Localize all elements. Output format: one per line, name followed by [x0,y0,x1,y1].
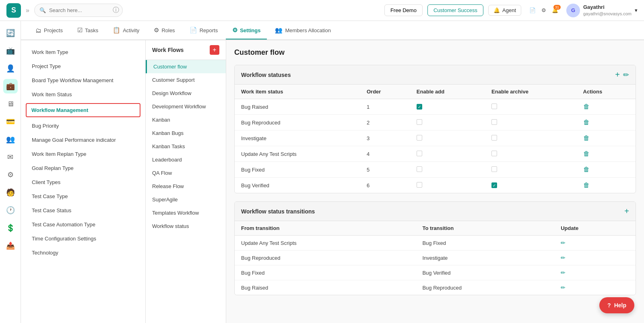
sidebar-icon-send[interactable]: 📤 [3,238,18,253]
doc-icon[interactable]: 📄 [529,7,536,13]
status-enable-archive[interactable] [485,115,576,130]
menu-work-item-status[interactable]: Work Item Status [21,87,145,101]
status-enable-add[interactable] [410,146,485,162]
sidebar-icon-briefcase[interactable]: 💼 [3,79,18,93]
menu-test-case-automation[interactable]: Test Case Automation Type [21,217,145,232]
checkbox-enable-add[interactable] [417,182,422,188]
checkbox-enable-add[interactable] [417,119,422,125]
search-input[interactable] [49,7,109,13]
status-enable-add[interactable]: ✓ [410,99,485,115]
delete-status-button[interactable]: 🗑 [583,103,590,110]
notification-icon[interactable]: 🔔 31 [552,7,558,13]
checkbox-enable-add[interactable] [417,151,422,156]
checkbox-enable-archive[interactable] [491,119,497,125]
sidebar-icon-person[interactable]: 🧑 [3,185,18,200]
status-enable-archive[interactable] [485,162,576,178]
menu-workflow-management[interactable]: Workflow Management [26,103,140,117]
checkbox-enable-archive[interactable] [491,166,497,172]
sidebar-icon-monitor[interactable]: 🖥 [3,97,18,111]
tab-projects[interactable]: 🗂 Projects [29,22,69,39]
sidebar-icon-dashboard[interactable]: 🔄 [3,26,18,40]
workflow-item-development[interactable]: Development Workflow [146,100,226,113]
checkbox-enable-add[interactable]: ✓ [417,104,422,110]
status-enable-add[interactable] [410,178,485,193]
menu-test-case-type[interactable]: Test Case Type [21,189,145,203]
agent-button[interactable]: 🔔 Agent [488,5,521,16]
menu-bug-priority[interactable]: Bug Priority [21,119,145,133]
workflow-item-kanban-bugs[interactable]: Kanban Bugs [146,126,226,140]
menu-board-type[interactable]: Board Type Workflow Management [21,73,145,87]
workflow-item-kanban[interactable]: Kanban [146,113,226,126]
user-profile[interactable]: G Gayathri gayathri@snovasys.com ▾ [566,4,638,17]
status-enable-archive[interactable] [485,130,576,146]
tab-roles[interactable]: ⚙ Roles [147,22,181,39]
workflow-item-design[interactable]: Design Workflow [146,87,226,100]
checkbox-enable-archive[interactable] [491,104,497,109]
sidebar-icon-dollar[interactable]: 💲 [3,221,18,235]
status-enable-add[interactable] [410,115,485,130]
edit-transition-button[interactable]: ✏ [561,240,566,246]
delete-status-button[interactable]: 🗑 [583,119,590,126]
sidebar-icon-user[interactable]: 👤 [3,61,18,76]
workflow-item-release-flow[interactable]: Release Flow [146,180,226,193]
workflow-item-qa-flow[interactable]: QA Flow [146,166,226,180]
edit-status-button[interactable]: ✏ [623,70,629,79]
status-enable-archive[interactable]: ✓ [485,178,576,193]
add-workflow-button[interactable]: + [210,45,219,55]
menu-goal-performance[interactable]: Manage Goal Performance indicator [21,133,145,147]
checkbox-enable-archive[interactable]: ✓ [491,182,497,188]
expand-icon[interactable]: » [26,7,29,14]
tab-activity[interactable]: 📋 Activity [106,22,146,39]
settings-icon[interactable]: ⚙ [541,7,546,13]
sidebar-icon-clock[interactable]: 🕐 [3,203,18,217]
status-enable-add[interactable] [410,130,485,146]
status-enable-add[interactable] [410,162,485,178]
search-box[interactable]: 🔍 ⓘ [34,4,123,17]
menu-goal-replan[interactable]: Goal Replan Type [21,161,145,175]
menu-time-config[interactable]: Time Configuration Settings [21,232,145,246]
help-button[interactable]: ? Help [599,297,634,313]
delete-status-button[interactable]: 🗑 [583,182,590,189]
edit-transition-button[interactable]: ✏ [561,284,566,291]
customer-success-button[interactable]: Customer Success [427,4,483,16]
checkbox-enable-add[interactable] [417,166,422,172]
tab-tasks[interactable]: ☑ Tasks [71,22,105,39]
sidebar-icon-gear[interactable]: ⚙ [3,168,18,182]
menu-test-case-status[interactable]: Test Case Status [21,203,145,217]
user-dropdown-icon[interactable]: ▾ [635,7,638,13]
checkbox-enable-archive[interactable] [491,151,497,156]
free-demo-button[interactable]: Free Demo [384,4,423,16]
menu-work-item-type[interactable]: Work Item Type [21,45,145,59]
workflow-item-templates[interactable]: Templates Workflow [146,206,226,219]
sidebar-icon-card[interactable]: 💳 [3,114,18,129]
tab-settings[interactable]: ⚙ Settings [226,22,267,39]
menu-project-type[interactable]: Project Type [21,59,145,73]
sidebar-icon-users[interactable]: 👥 [3,132,18,147]
menu-client-types[interactable]: Client Types [21,175,145,189]
delete-status-button[interactable]: 🗑 [583,166,590,173]
add-status-button[interactable]: + [615,70,620,79]
menu-work-item-replan[interactable]: Work Item Replan Type [21,147,145,161]
workflow-item-kanban-tasks[interactable]: Kanban Tasks [146,140,226,153]
edit-transition-button[interactable]: ✏ [561,255,566,261]
sidebar-icon-tv[interactable]: 📺 [3,43,18,58]
checkbox-enable-add[interactable] [417,135,422,141]
workflow-item-customer-flow[interactable]: Customer flow [146,60,226,73]
activity-icon: 📋 [113,27,120,34]
status-enable-archive[interactable] [485,99,576,115]
delete-status-button[interactable]: 🗑 [583,150,590,157]
checkbox-enable-archive[interactable] [491,135,497,141]
app-logo[interactable]: S [6,3,21,18]
workflow-item-customer-support[interactable]: Customer Support [146,73,226,87]
add-transition-button[interactable]: + [624,207,629,216]
workflow-item-superagile[interactable]: SuperAgile [146,193,226,206]
menu-technology[interactable]: Technology [21,246,145,260]
workflow-item-leaderboard[interactable]: Leaderboard [146,153,226,166]
edit-transition-button[interactable]: ✏ [561,269,566,276]
tab-members-allocation[interactable]: 👥 Members Allocation [268,22,337,39]
delete-status-button[interactable]: 🗑 [583,135,590,142]
tab-reports[interactable]: 📄 Reports [183,22,225,39]
sidebar-icon-mail[interactable]: ✉ [3,150,18,164]
workflow-item-status[interactable]: Workflow status [146,219,226,233]
status-enable-archive[interactable] [485,146,576,162]
